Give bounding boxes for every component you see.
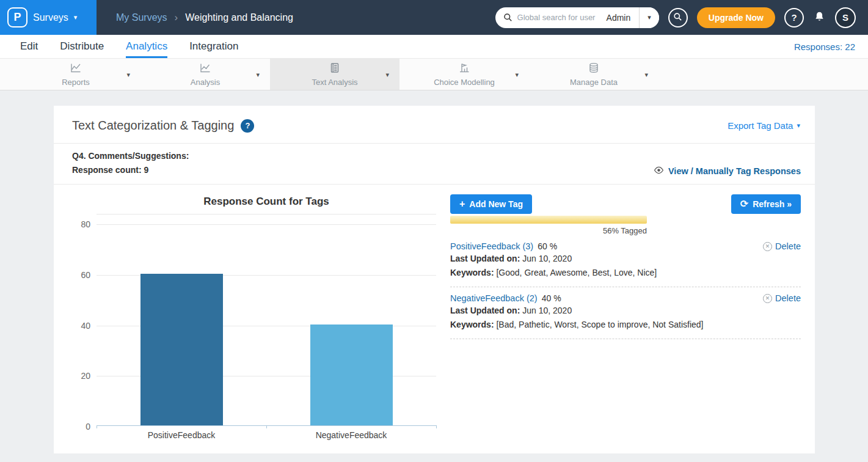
delete-tag-button[interactable]: ✕ Delete: [763, 241, 801, 251]
tag-keywords-label: Keywords:: [450, 268, 494, 277]
tag-percent: 40 %: [542, 293, 561, 303]
refresh-icon: ⟳: [740, 199, 748, 209]
question-label: Q4. Comments/Suggestions:: [72, 149, 189, 163]
toolbar-item-label: Text Analysis: [312, 78, 357, 87]
text-categorization-panel: Text Categorization & Tagging ? Export T…: [54, 106, 815, 453]
avatar[interactable]: S: [835, 7, 856, 28]
search-icon: [673, 12, 682, 23]
tag-keywords: Keywords: [Bad, Pathetic, Worst, Scope t…: [450, 318, 746, 331]
breadcrumb: My Surveys › Weighting and Balancing: [116, 12, 293, 24]
tag-updated-label: Last Updated on:: [450, 306, 520, 315]
chevron-down-icon[interactable]: ▾: [126, 70, 130, 78]
breadcrumb-separator-icon: ›: [175, 12, 178, 24]
chevron-down-icon[interactable]: ▾: [385, 70, 389, 78]
y-tick-label: 80: [71, 219, 90, 230]
tag-updated-value: Jun 10, 2020: [522, 254, 572, 263]
search-icon: [503, 13, 512, 22]
chevron-down-icon[interactable]: ▾: [74, 14, 78, 21]
toolbar-item-label: Choice Modelling: [434, 78, 495, 87]
toolbar-item-label: Analysis: [191, 78, 220, 87]
delete-label: Delete: [775, 241, 801, 251]
delete-tag-button[interactable]: ✕ Delete: [763, 293, 801, 303]
toolbar-item-analysis[interactable]: Analysis ▾: [140, 59, 270, 90]
view-manually-tag-link[interactable]: View / Manually Tag Responses: [654, 165, 801, 177]
export-tag-data-link[interactable]: Export Tag Data ▾: [728, 120, 800, 131]
toolbar-item-text-analysis[interactable]: Text Analysis ▾: [270, 59, 399, 90]
y-tick-label: 40: [71, 320, 90, 331]
export-tag-data-label: Export Tag Data: [728, 120, 793, 131]
analytics-toolbar: Reports ▾ Analysis ▾ Text Analysis ▾: [0, 59, 868, 90]
tag-updated: Last Updated on: Jun 10, 2020: [450, 252, 746, 265]
upgrade-now-button[interactable]: Upgrade Now: [697, 7, 775, 28]
notifications-button[interactable]: [813, 10, 826, 25]
toolbar-item-manage-data[interactable]: Manage Data ▾: [529, 59, 658, 90]
panel-header: Text Categorization & Tagging ? Export T…: [54, 106, 815, 143]
toolbar-item-choice-modelling[interactable]: Choice Modelling ▾: [399, 59, 529, 90]
plus-icon: +: [459, 199, 465, 209]
tag-name-link[interactable]: NegativeFeedback (2): [450, 293, 538, 303]
y-tick-label: 0: [71, 421, 90, 432]
tag-item: NegativeFeedback (2) 40 % ✕ Delete Last …: [450, 293, 801, 339]
tagged-progress-bar: [450, 216, 647, 224]
page: P Surveys ▾ My Surveys › Weighting and B…: [0, 0, 868, 462]
question-mark-icon: ?: [791, 12, 797, 23]
panel-body: Response Count for Tags 020406080 Positi…: [54, 185, 815, 440]
tag-keywords-label: Keywords:: [450, 320, 494, 329]
add-new-tag-label: Add New Tag: [469, 199, 523, 209]
chevron-down-icon[interactable]: ▾: [515, 70, 519, 78]
y-tick-label: 20: [71, 370, 90, 381]
tag-name-link[interactable]: PositiveFeedback (3): [450, 241, 533, 251]
delete-label: Delete: [775, 293, 801, 303]
breadcrumb-my-surveys[interactable]: My Surveys: [116, 12, 167, 23]
tags-actions: + Add New Tag ⟳ Refresh »: [450, 194, 801, 214]
delete-icon: ✕: [763, 294, 772, 303]
app-switcher[interactable]: P Surveys ▾: [0, 0, 97, 35]
bar-slot: [266, 215, 436, 425]
toolbar-item-reports[interactable]: Reports ▾: [11, 59, 140, 90]
chevron-down-icon: ▾: [647, 14, 651, 21]
search-scope-caret-button[interactable]: ▾: [639, 7, 659, 28]
chevron-down-icon[interactable]: ▾: [644, 70, 648, 78]
tab-edit[interactable]: Edit: [20, 35, 38, 58]
tab-distribute[interactable]: Distribute: [60, 35, 104, 58]
help-icon[interactable]: ?: [241, 119, 254, 133]
tag-title-line: NegativeFeedback (2) 40 %: [450, 293, 746, 303]
global-search-input[interactable]: [517, 13, 604, 22]
text-analysis-icon: [329, 62, 341, 76]
logo-letter: P: [13, 11, 21, 24]
top-bar-actions: Admin ▾ Upgrade Now ? S: [495, 7, 868, 28]
tagged-percent-label: 56% Tagged: [450, 226, 647, 235]
y-tick-label: 60: [71, 270, 90, 280]
product-label: Surveys: [33, 12, 68, 23]
tag-updated: Last Updated on: Jun 10, 2020: [450, 304, 746, 317]
tags-panel: + Add New Tag ⟳ Refresh » 56% Tagged: [450, 191, 801, 440]
help-button[interactable]: ?: [784, 8, 804, 28]
tab-analytics[interactable]: Analytics: [126, 35, 167, 58]
page-title: Text Categorization & Tagging: [72, 119, 234, 133]
refresh-button[interactable]: ⟳ Refresh »: [731, 194, 801, 214]
x-axis-tick: [266, 425, 267, 428]
responses-count: Responses: 22: [794, 42, 855, 52]
tab-integration[interactable]: Integration: [189, 35, 238, 58]
tag-keywords-value: [Bad, Pathetic, Worst, Scope to improve,…: [496, 320, 703, 329]
toolbar-item-content: Analysis: [191, 62, 220, 87]
analysis-icon: [199, 62, 211, 76]
search-scope-selector[interactable]: Admin: [604, 7, 640, 28]
chart-category-label: NegativeFeedback: [266, 426, 436, 440]
chart-bars: [97, 215, 436, 425]
question-mark-glyph: ?: [245, 121, 250, 130]
chevron-down-icon[interactable]: ▾: [256, 70, 260, 78]
app-logo[interactable]: P: [7, 7, 27, 28]
search-button[interactable]: [668, 8, 688, 28]
tagged-progress: 56% Tagged: [450, 216, 647, 235]
add-new-tag-button[interactable]: + Add New Tag: [450, 194, 532, 214]
toolbar-item-content: Manage Data: [570, 62, 618, 87]
eye-icon: [654, 165, 664, 177]
tag-item: PositiveFeedback (3) 60 % ✕ Delete Last …: [450, 241, 801, 287]
toolbar-item-content: Reports: [62, 62, 90, 87]
manage-data-icon: [588, 62, 600, 76]
x-axis-tick: [436, 425, 437, 428]
response-count-label: Response count: 9: [72, 163, 189, 177]
refresh-label: Refresh »: [753, 199, 792, 209]
question-info: Q4. Comments/Suggestions: Response count…: [72, 149, 189, 177]
